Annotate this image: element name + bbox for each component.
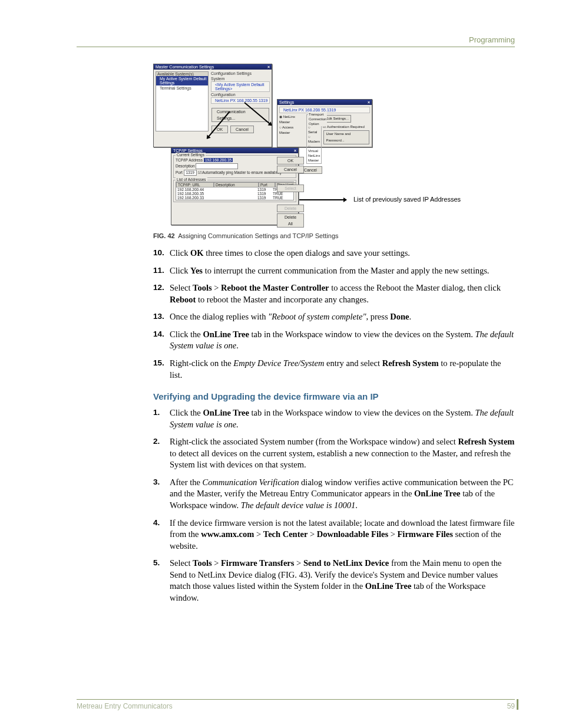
step-item: 2.Right-click the associated System numb…: [153, 436, 515, 471]
auth-required-checkbox[interactable]: ☑ Authentication Required: [323, 124, 370, 130]
running-header: Programming: [77, 35, 515, 47]
step-item: 4.If the device firmware version is not …: [153, 518, 515, 552]
titlebar: Master Communication Settings ×: [154, 64, 272, 70]
configuration-label: Configuration: [211, 93, 270, 97]
step-number: 10.: [153, 248, 170, 259]
tree-item-active-system[interactable]: My Active System Default Settings: [156, 76, 208, 85]
step-number: 14.: [153, 329, 170, 352]
col-desc[interactable]: Description: [214, 182, 259, 187]
edit-settings-button[interactable]: Edit Settings...: [323, 115, 351, 123]
select-button[interactable]: Select: [277, 185, 304, 192]
list-addresses-label: List of Addresses: [176, 177, 207, 182]
figure-number: FIG. 42: [153, 232, 175, 239]
config-settings-label: Configuration Settings: [211, 71, 270, 75]
step-text: Once the dialog replies with "Reboot of …: [170, 311, 515, 323]
step-text: Select Tools > Reboot the Master Control…: [170, 282, 515, 305]
port-label: Port: [176, 170, 183, 174]
window-title: Settings: [279, 100, 294, 104]
col-url[interactable]: TCP/IP: URL: [176, 182, 214, 187]
steps-list-b: 1.Click the OnLine Tree tab in the Works…: [153, 407, 515, 604]
step-number: 12.: [153, 282, 170, 305]
cancel-button[interactable]: Cancel: [277, 166, 304, 173]
step-text: Click Yes to interrupt the current commu…: [170, 265, 515, 277]
tcpip-settings-window: TCP/IP Settings × Current Settings TCP/I…: [171, 147, 299, 225]
col-port[interactable]: Port: [259, 182, 275, 187]
step-item: 15.Right-click on the Empty Device Tree/…: [153, 358, 515, 381]
step-text: Click the OnLine Tree tab in the Workspa…: [170, 407, 515, 430]
step-item: 11.Click Yes to interrupt the current co…: [153, 265, 515, 277]
auto-ping-checkbox[interactable]: ☑ Automatically ping Master to ensure av…: [198, 170, 282, 174]
step-text: If the device firmware version is not th…: [170, 518, 515, 552]
tree-item-terminal[interactable]: Terminal Settings: [156, 85, 208, 91]
step-text: Click the OnLine Tree tab in the Workspa…: [170, 329, 515, 352]
step-item: 5.Select Tools > Firmware Transfers > Se…: [153, 558, 515, 604]
step-item: 14.Click the OnLine Tree tab in the Work…: [153, 329, 515, 352]
page-number: 59: [507, 702, 515, 710]
ok-button[interactable]: OK: [277, 157, 304, 164]
window-title: Master Communication Settings: [156, 65, 214, 69]
step-number: 15.: [153, 358, 170, 381]
step-number: 1.: [153, 407, 170, 430]
radio-modem[interactable]: ○ Modem: [308, 134, 320, 144]
close-icon[interactable]: ×: [267, 65, 270, 69]
description-field[interactable]: [196, 163, 238, 169]
step-number: 3.: [153, 477, 170, 512]
step-item: 10.Click OK three times to close the ope…: [153, 248, 515, 259]
system-link[interactable]: <My Active System Default Settings>: [211, 81, 270, 92]
footer-title: Metreau Entry Communicators: [77, 702, 173, 710]
master-comm-settings-window: Master Communication Settings × Availabl…: [153, 64, 272, 147]
radio-serial[interactable]: ○ Serial: [308, 125, 320, 134]
radio-access-master[interactable]: ○ Access Master: [279, 125, 305, 136]
ip-list-callout: List of previously saved IP Addresses: [353, 196, 461, 203]
tcpip-address-label: TCP/IP Address: [176, 158, 203, 162]
step-number: 4.: [153, 518, 170, 552]
window-title: TCP/IP Settings: [173, 149, 203, 153]
current-settings-label: Current Settings: [176, 153, 206, 157]
step-text: Select Tools > Firmware Transfers > Send…: [170, 558, 515, 604]
step-number: 11.: [153, 265, 170, 277]
step-text: Right-click the associated System number…: [170, 436, 515, 471]
port-field[interactable]: 1319: [184, 170, 197, 176]
radio-netlinx-master[interactable]: ◉ NetLinx Master: [279, 114, 305, 125]
username-password-button[interactable]: User Name and Password...: [323, 130, 369, 144]
figure-caption: FIG. 42 Assigning Communication Settings…: [153, 232, 515, 239]
config-link[interactable]: NetLinx PX 168.200.55 1319: [211, 97, 270, 104]
arrow-icon: [299, 199, 346, 200]
step-item: 3.After the Communication Verification d…: [153, 477, 515, 512]
tcpip-address-field[interactable]: 192.168.200.35: [204, 158, 233, 162]
step-item: 1.Click the OnLine Tree tab in the Works…: [153, 407, 515, 430]
section-heading: Verifying and Upgrading the device firmw…: [153, 391, 515, 401]
step-text: Click OK three times to close the open d…: [170, 248, 515, 259]
step-text: After the Communication Verification dia…: [170, 477, 515, 512]
titlebar: Settings ×: [277, 100, 372, 105]
footer-accent: [517, 699, 518, 710]
close-icon[interactable]: ×: [368, 100, 370, 104]
step-number: 13.: [153, 311, 170, 323]
delete-all-button[interactable]: Delete All: [277, 213, 304, 228]
step-number: 2.: [153, 436, 170, 471]
system-label: System: [211, 77, 270, 81]
available-systems-label: Available System(s): [156, 72, 208, 76]
description-label: Description: [176, 164, 195, 168]
cancel-button[interactable]: Cancel: [230, 126, 254, 133]
radio-virtual[interactable]: ○ Virtual NetLinx Master: [308, 144, 320, 163]
delete-button[interactable]: Delete: [277, 205, 304, 212]
step-item: 12.Select Tools > Reboot the Master Cont…: [153, 282, 515, 305]
steps-list-a: 10.Click OK three times to close the ope…: [153, 248, 515, 381]
step-item: 13.Once the dialog replies with "Reboot …: [153, 311, 515, 323]
step-number: 5.: [153, 558, 170, 604]
close-icon[interactable]: ×: [294, 149, 296, 153]
page-footer: Metreau Entry Communicators 59: [77, 699, 515, 710]
step-text: Right-click on the Empty Device Tree/Sys…: [170, 358, 515, 381]
figure-42: Master Communication Settings × Availabl…: [153, 64, 515, 229]
transport-group-label: Transport Connection Option: [308, 112, 327, 126]
settings-window: Settings × NetLinx PX 168.208 55.1319 ◉ …: [277, 99, 372, 147]
